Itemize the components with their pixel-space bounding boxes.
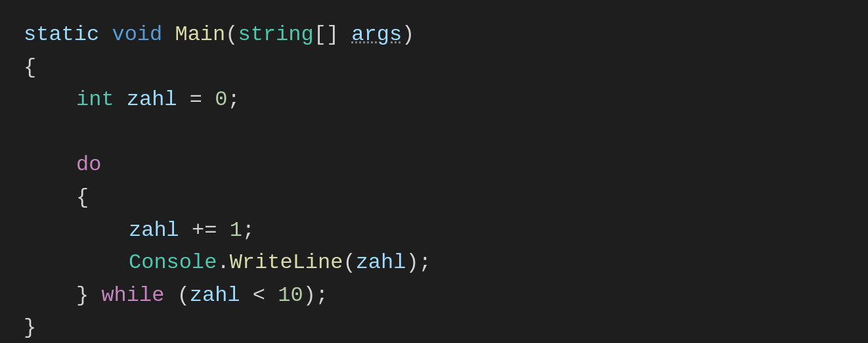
code-line-9: } while (zahl < 10); bbox=[24, 279, 844, 312]
token-while-paren-open: ( bbox=[177, 279, 190, 312]
token-one: 1 bbox=[230, 214, 242, 247]
token-call-open: ( bbox=[343, 246, 355, 279]
token-lt: < bbox=[253, 279, 278, 312]
token-zahl-cond: zahl bbox=[190, 279, 253, 312]
token-semi-1: ; bbox=[227, 83, 240, 116]
token-writeline: WriteLine bbox=[230, 246, 343, 279]
code-line-1: static void Main(string[] args) bbox=[24, 18, 844, 51]
token-semi-2: ; bbox=[242, 214, 255, 247]
token-equals: = bbox=[190, 83, 215, 116]
token-do: do bbox=[76, 149, 101, 181]
token-while: while bbox=[101, 279, 177, 312]
code-line-4 bbox=[24, 116, 844, 149]
token-zahl-decl: zahl bbox=[127, 83, 190, 116]
token-paren-open: ( bbox=[225, 18, 238, 51]
token-dot: . bbox=[217, 246, 229, 279]
token-zahl-arg: zahl bbox=[356, 246, 406, 279]
token-ten: 10 bbox=[278, 279, 303, 312]
code-line-3: int zahl = 0; bbox=[24, 83, 844, 116]
token-zahl-assign: zahl bbox=[129, 214, 192, 247]
token-static: static bbox=[24, 18, 112, 51]
token-call-close: ); bbox=[406, 246, 431, 279]
token-paren-close: ) bbox=[402, 18, 414, 51]
token-main: Main bbox=[175, 18, 225, 51]
code-line-5: do bbox=[24, 149, 844, 181]
token-brace-close-outer: } bbox=[24, 311, 36, 343]
token-args: args bbox=[351, 18, 402, 51]
token-string: string bbox=[238, 18, 313, 51]
token-brace-open-outer: { bbox=[24, 51, 36, 84]
code-line-10: } bbox=[24, 311, 844, 343]
token-bracket: [] bbox=[314, 18, 352, 51]
token-int: int bbox=[76, 83, 127, 116]
token-zero: 0 bbox=[215, 83, 227, 116]
token-plus-equals: += bbox=[192, 214, 230, 247]
code-line-8: Console.WriteLine(zahl); bbox=[24, 246, 844, 279]
token-void: void bbox=[112, 18, 175, 51]
code-editor: static void Main(string[] args) { int za… bbox=[0, 0, 868, 343]
token-console: Console bbox=[129, 246, 217, 279]
token-while-close: ); bbox=[303, 279, 328, 312]
code-line-7: zahl += 1; bbox=[24, 214, 844, 247]
token-brace-close-inner: } bbox=[76, 279, 101, 312]
code-line-6: { bbox=[24, 181, 844, 214]
token-brace-open-inner: { bbox=[76, 181, 89, 214]
code-line-2: { bbox=[24, 51, 844, 84]
